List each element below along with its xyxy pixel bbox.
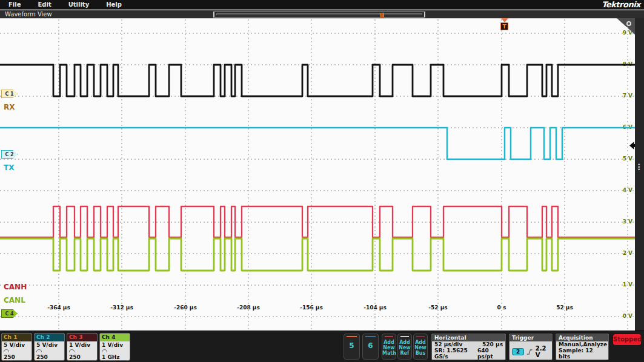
time-tick-label: -260 µs (174, 304, 197, 311)
channel-badge-title: Ch 3 (67, 334, 97, 341)
channel-bandwidth: 250 MHz (69, 354, 95, 361)
channel-scale: 1 V/div (102, 342, 128, 348)
acquisition-mode: Manual, (559, 341, 583, 347)
channel-badge-body: 1 V/div1 GHz (100, 341, 130, 361)
add-color-stripe (400, 336, 409, 337)
time-tick-label: -312 µs (110, 304, 133, 311)
tab-bar: Waveform View (0, 10, 644, 18)
time-tick-label: -156 µs (300, 304, 323, 311)
acquisition-analyze: Analyze (583, 341, 607, 347)
voltage-tick-label: 6 V (612, 124, 632, 130)
channel-scale: 1 V/div (69, 342, 95, 348)
compress-percent: 79.2% (477, 360, 503, 360)
trigger-triangle-icon (501, 18, 508, 22)
voltage-tick-label: 4 V (612, 187, 632, 193)
channel-badge-1[interactable]: Ch 15 V/div250 MHz (1, 333, 32, 361)
tektronix-logo: Tektronix (602, 0, 640, 9)
channel2-label-tx: TX (4, 163, 14, 172)
channel-badge-title: Ch 1 (2, 334, 32, 341)
menu-file[interactable]: File (0, 1, 29, 8)
voltage-tick-label: 8 V (612, 61, 632, 67)
menu-help[interactable]: Help (98, 1, 130, 8)
record-length: RL: 812.5 kpts (434, 360, 477, 360)
channel-scale: 5 V/div (4, 342, 30, 348)
channel-bandwidth: 250 MHz (36, 354, 62, 361)
channel-badge-title: Ch 2 (35, 334, 64, 341)
voltage-tick-label: 9 V (612, 30, 632, 36)
probe-icon (36, 349, 42, 352)
menu-bar: File Edit Utility Help Tektronix (0, 0, 644, 10)
channel4-label-canl: CANL (4, 296, 25, 304)
run-stop-status-badge[interactable]: Stopped (613, 334, 641, 345)
oscilloscope-app: File Edit Utility Help Tektronix Wavefor… (0, 0, 644, 362)
time-tick-label: -52 µs (428, 304, 447, 311)
trigger-panel-title: Trigger (510, 334, 552, 341)
add-new-ref-button[interactable]: Add New Ref (397, 334, 412, 360)
voltage-tick-label: 3 V (612, 219, 632, 225)
channel-badge-body: 1 V/div250 MHz (67, 341, 97, 361)
time-tick-label: -364 µs (47, 304, 70, 311)
acquisition-overview-minimap[interactable] (213, 12, 425, 18)
warning-shield-icon (479, 360, 483, 360)
voltage-tick-label: 5 V (612, 156, 632, 162)
time-resolution: 640 ps/pt (477, 347, 503, 360)
trigger-position-marker[interactable]: T (500, 18, 510, 30)
voltage-tick-label: 0 V (612, 313, 632, 319)
channel-badge-3[interactable]: Ch 31 V/div250 MHz (67, 333, 98, 361)
minimap-window[interactable] (216, 13, 422, 15)
settings-bar: Ch 15 V/div250 MHzCh 25 V/div250 MHzCh 3… (0, 331, 644, 362)
add-color-stripe (385, 336, 393, 337)
slot-button-6[interactable]: 6 (362, 334, 379, 360)
probe-icon (4, 349, 9, 352)
slot-button-5[interactable]: 5 (344, 334, 360, 360)
probe-icon (102, 349, 107, 352)
trigger-panel[interactable]: Trigger 2 2.2 V (509, 334, 553, 360)
time-tick-label: -104 µs (363, 304, 387, 311)
horizontal-window: 520 µs (482, 341, 503, 347)
acq-count: 13 Acqs (559, 360, 583, 360)
channel-badge-title: Ch 4 (100, 334, 130, 341)
trigger-t-icon: T (500, 22, 508, 30)
tab-waveform-view[interactable]: Waveform View (5, 11, 52, 18)
add-color-stripe (416, 336, 425, 337)
horizontal-panel[interactable]: Horizontal 52 µs/div 520 µs SR: 1.5625 G… (431, 334, 506, 360)
slot-color-stripe (347, 336, 357, 337)
add-new-bus-button[interactable]: Add New Bus (413, 334, 428, 360)
channel3-label-canh: CANH (4, 283, 27, 291)
channel-badge-4[interactable]: Ch 41 V/div1 GHz (99, 333, 130, 361)
channel-badge-2[interactable]: Ch 25 V/div250 MHz (34, 333, 65, 361)
sample-bits: Sample: 12 bits (559, 347, 606, 360)
voltage-tick-label: 7 V (612, 93, 632, 99)
voltage-tick-label: 1 V (612, 281, 632, 288)
channel-scale: 5 V/div (36, 342, 62, 348)
acquisition-panel[interactable]: Acquisition Manual, Analyze Sample: 12 b… (556, 334, 609, 360)
channel-bandwidth: 250 MHz (4, 354, 30, 361)
acquisition-panel-title: Acquisition (556, 334, 608, 341)
right-side-strip: ••• (635, 18, 644, 331)
trigger-source-badge: 2 (512, 348, 524, 355)
waveform-plot[interactable] (0, 18, 635, 331)
time-tick-label: -208 µs (237, 304, 260, 311)
minimap-trigger-icon (380, 13, 384, 18)
time-tick-label: 0 s (497, 304, 506, 311)
add-new-math-button[interactable]: Add New Math (382, 334, 396, 360)
rising-edge-icon (526, 348, 533, 356)
magnifier-icon (626, 21, 631, 26)
voltage-tick-label: 2 V (612, 250, 632, 256)
horizontal-panel-title: Horizontal (432, 334, 505, 341)
trigger-level-value: 2.2 V (536, 345, 549, 358)
probe-icon (69, 349, 75, 352)
more-options-icon[interactable]: ••• (637, 163, 640, 171)
channel-badge-body: 5 V/div250 MHz (35, 341, 64, 361)
horizontal-scale: 52 µs/div (434, 341, 462, 347)
menu-utility[interactable]: Utility (60, 1, 98, 8)
channel1-label-rx: RX (4, 103, 15, 111)
sample-rate: SR: 1.5625 GS/s (434, 347, 477, 360)
channel-bandwidth: 1 GHz (102, 354, 128, 360)
slot-color-stripe (365, 336, 376, 337)
menu-edit[interactable]: Edit (29, 1, 59, 8)
time-tick-label: 52 µs (556, 304, 573, 311)
channel-badge-body: 5 V/div250 MHz (2, 341, 32, 361)
